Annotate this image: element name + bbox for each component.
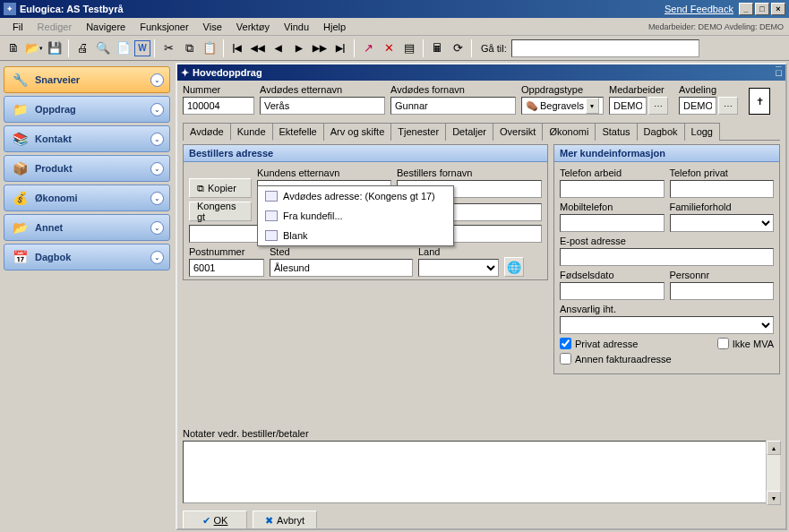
tab-okonomi[interactable]: Økonomi [542,123,596,141]
land-select[interactable] [418,259,499,277]
telefon-privat-input[interactable] [670,180,775,198]
medarbeider-lookup-button[interactable]: ⋯ [648,97,668,115]
close-button[interactable]: × [771,3,785,15]
privat-adresse-checkbox[interactable]: Privat adresse [560,338,638,349]
menu-navigere[interactable]: Navigere [79,20,133,34]
cut-icon[interactable]: ✂ [159,39,178,58]
popup-avdodes-adresse[interactable]: Avdødes adresse: (Kongens gt 17) [258,186,453,206]
chevron-down-icon[interactable]: ⌄ [150,103,164,116]
tab-dagbok[interactable]: Dagbok [637,123,685,141]
kongens-gt-button[interactable]: Kongens gt [189,202,252,221]
send-feedback-link[interactable]: Send Feedback [665,4,733,14]
export-icon[interactable]: ↗ [358,39,378,58]
chevron-down-icon[interactable]: ⌄ [150,73,164,87]
fornavn-input[interactable] [390,97,516,115]
ikke-mva-checkbox[interactable]: Ikke MVA [717,338,774,349]
refresh-icon[interactable]: ⟳ [448,39,467,58]
sidebar-item-kontakt[interactable]: 📚Kontakt⌄ [4,125,170,152]
sidebar-item-okonomi[interactable]: 💰Økonomi⌄ [4,184,170,211]
epost-input[interactable] [560,248,774,266]
menu-vindu[interactable]: Vindu [277,20,316,34]
menu-hjelp[interactable]: Hjelp [316,20,353,34]
copy-icon[interactable]: ⧉ [179,39,199,58]
sidebar-item-produkt[interactable]: 📦Produkt⌄ [4,155,170,182]
nav-prev-page-icon[interactable]: ◀◀ [248,39,268,58]
word-icon[interactable]: W [134,40,150,56]
sidebar-item-dagbok[interactable]: 📅Dagbok⌄ [4,244,170,270]
nav-next-page-icon[interactable]: ▶▶ [310,39,330,58]
sidebar-item-annet[interactable]: 📂Annet⌄ [4,214,170,241]
menu-verktoy[interactable]: Verktøy [229,20,277,34]
tab-tjenester[interactable]: Tjenester [390,123,446,141]
minimize-button[interactable]: _ [739,3,753,15]
open-icon[interactable]: 📂▾ [24,39,44,58]
telefon-arbeid-input[interactable] [560,180,665,198]
tab-kunde[interactable]: Kunde [230,123,273,141]
maximize-button[interactable]: □ [755,3,769,15]
menu-funksjoner[interactable]: Funksjoner [133,20,195,34]
fodselsdato-input[interactable] [560,282,665,300]
child-minimize-button[interactable]: _ [776,56,782,67]
annen-faktura-checkbox[interactable]: Annen fakturaadresse [560,353,672,365]
etternavn-input[interactable] [260,97,385,115]
tab-arv-og-skifte[interactable]: Arv og skifte [323,123,392,141]
scroll-down-icon[interactable]: ▾ [767,491,781,505]
preview-icon[interactable]: 🔍 [93,39,113,58]
nav-first-icon[interactable]: |◀ [227,39,247,58]
chevron-down-icon[interactable]: ▾ [586,98,599,114]
scrollbar[interactable]: ▴ ▾ [766,441,780,505]
save-icon[interactable]: 💾 [45,39,64,58]
goto-input[interactable] [511,39,699,57]
child-maximize-button[interactable]: □ [776,67,782,78]
tab-status[interactable]: Status [595,123,637,141]
list-icon[interactable]: ▤ [399,39,419,58]
medarbeider-input[interactable] [609,97,647,115]
postnummer-input[interactable] [189,259,264,277]
calculator-icon[interactable]: 🖩 [427,39,447,58]
scroll-up-icon[interactable]: ▴ [767,441,781,455]
popup-fra-kundefil[interactable]: Fra kundefil... [258,206,453,226]
child-window-title: Hovedoppdrag [193,67,776,78]
chevron-down-icon[interactable]: ⌄ [150,192,164,205]
delete-icon[interactable]: ✕ [379,39,399,58]
cross-icon: ✝ [749,88,770,115]
paste-icon[interactable]: 📋 [200,39,219,58]
sidebar-item-snarveier[interactable]: 🔧Snarveier⌄ [4,66,170,93]
tab-detaljer[interactable]: Detaljer [445,123,493,141]
familieforhold-select[interactable] [670,214,775,232]
menu-vise[interactable]: Vise [196,20,229,34]
avdeling-input[interactable] [679,97,716,115]
avbryt-button[interactable]: ✖Avbryt [253,511,317,528]
kopier-button[interactable]: ⧉Kopier [189,178,252,198]
nav-last-icon[interactable]: ▶| [330,39,350,58]
chevron-down-icon[interactable]: ⌄ [150,133,164,146]
mobiltelefon-input[interactable] [560,214,665,232]
nav-prev-icon[interactable]: ◀ [269,39,288,58]
chevron-down-icon[interactable]: ⌄ [150,251,164,264]
document-icon[interactable]: 📄 [114,39,133,58]
menu-fil[interactable]: Fil [5,20,30,34]
tab-ektefelle[interactable]: Ektefelle [272,123,324,141]
new-icon[interactable]: 🗎 [4,39,23,58]
print-icon[interactable]: 🖨 [73,39,92,58]
nummer-input[interactable] [183,97,254,115]
sted-input[interactable] [270,259,413,277]
tab-oversikt[interactable]: Oversikt [493,123,543,141]
personnr-input[interactable] [670,282,775,300]
tab-logg[interactable]: Logg [684,123,720,141]
ok-button[interactable]: ✔OK [183,511,247,528]
tab-avdode[interactable]: Avdøde [183,123,231,141]
avdeling-lookup-button[interactable]: ⋯ [718,97,738,115]
oppdragstype-combo[interactable]: ⚰️ Begravels ▾ [521,97,604,115]
chevron-down-icon[interactable]: ⌄ [150,221,164,235]
copy-icon: ⧉ [197,183,204,194]
chevron-down-icon[interactable]: ⌄ [150,162,164,176]
nummer-label: Nummer [183,84,254,95]
menu-rediger[interactable]: Rediger [30,20,80,34]
ansvarlig-select[interactable] [560,316,774,334]
popup-blank[interactable]: Blank [258,226,453,245]
notes-textarea[interactable] [183,441,780,503]
globe-icon[interactable]: 🌐 [504,257,524,277]
sidebar-item-oppdrag[interactable]: 📁Oppdrag⌄ [4,96,170,123]
nav-next-icon[interactable]: ▶ [289,39,309,58]
